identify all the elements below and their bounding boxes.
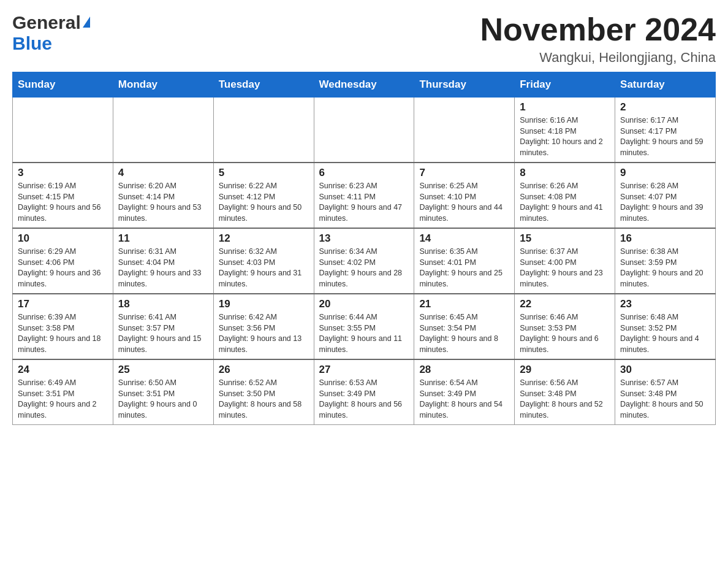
day-info: Sunrise: 6:25 AMSunset: 4:10 PMDaylight:… xyxy=(419,181,509,224)
day-number: 1 xyxy=(520,101,610,113)
table-row: 27Sunrise: 6:53 AMSunset: 3:49 PMDayligh… xyxy=(314,359,414,425)
table-row: 13Sunrise: 6:34 AMSunset: 4:02 PMDayligh… xyxy=(314,228,414,294)
day-number: 12 xyxy=(219,232,309,245)
day-number: 2 xyxy=(620,101,710,113)
table-row xyxy=(13,98,113,163)
day-number: 28 xyxy=(419,364,509,376)
calendar-week-row: 1Sunrise: 6:16 AMSunset: 4:18 PMDaylight… xyxy=(13,98,716,163)
table-row: 4Sunrise: 6:20 AMSunset: 4:14 PMDaylight… xyxy=(113,163,213,228)
day-number: 19 xyxy=(219,298,309,310)
table-row: 7Sunrise: 6:25 AMSunset: 4:10 PMDaylight… xyxy=(414,163,515,228)
table-row: 17Sunrise: 6:39 AMSunset: 3:58 PMDayligh… xyxy=(13,294,113,359)
day-info: Sunrise: 6:28 AMSunset: 4:07 PMDaylight:… xyxy=(620,181,710,224)
table-row: 18Sunrise: 6:41 AMSunset: 3:57 PMDayligh… xyxy=(113,294,213,359)
day-number: 14 xyxy=(419,232,509,245)
day-number: 27 xyxy=(319,364,409,376)
day-number: 20 xyxy=(319,298,409,310)
table-row: 6Sunrise: 6:23 AMSunset: 4:11 PMDaylight… xyxy=(314,163,414,228)
location: Wangkui, Heilongjiang, China xyxy=(480,50,716,66)
day-info: Sunrise: 6:34 AMSunset: 4:02 PMDaylight:… xyxy=(319,247,409,289)
table-row xyxy=(213,98,314,163)
day-info: Sunrise: 6:22 AMSunset: 4:12 PMDaylight:… xyxy=(219,181,309,224)
table-row: 19Sunrise: 6:42 AMSunset: 3:56 PMDayligh… xyxy=(213,294,314,359)
calendar-week-row: 3Sunrise: 6:19 AMSunset: 4:15 PMDaylight… xyxy=(13,163,716,228)
day-info: Sunrise: 6:35 AMSunset: 4:01 PMDaylight:… xyxy=(419,247,509,289)
day-number: 17 xyxy=(18,298,108,310)
day-info: Sunrise: 6:49 AMSunset: 3:51 PMDaylight:… xyxy=(18,378,108,421)
table-row: 15Sunrise: 6:37 AMSunset: 4:00 PMDayligh… xyxy=(515,228,615,294)
day-info: Sunrise: 6:17 AMSunset: 4:17 PMDaylight:… xyxy=(620,115,710,158)
day-number: 26 xyxy=(219,364,309,376)
table-row: 24Sunrise: 6:49 AMSunset: 3:51 PMDayligh… xyxy=(13,359,113,425)
logo-general: General xyxy=(12,12,81,33)
day-number: 30 xyxy=(620,364,710,376)
day-info: Sunrise: 6:20 AMSunset: 4:14 PMDaylight:… xyxy=(118,181,208,224)
header-wednesday: Wednesday xyxy=(314,72,414,98)
header-sunday: Sunday xyxy=(13,72,113,98)
day-number: 18 xyxy=(118,298,208,310)
day-info: Sunrise: 6:37 AMSunset: 4:00 PMDaylight:… xyxy=(520,247,610,289)
day-number: 25 xyxy=(118,364,208,376)
day-number: 9 xyxy=(620,167,710,179)
table-row: 29Sunrise: 6:56 AMSunset: 3:48 PMDayligh… xyxy=(515,359,615,425)
day-info: Sunrise: 6:29 AMSunset: 4:06 PMDaylight:… xyxy=(18,247,108,289)
table-row xyxy=(113,98,213,163)
day-info: Sunrise: 6:23 AMSunset: 4:11 PMDaylight:… xyxy=(319,181,409,224)
calendar-week-row: 10Sunrise: 6:29 AMSunset: 4:06 PMDayligh… xyxy=(13,228,716,294)
header-tuesday: Tuesday xyxy=(213,72,314,98)
weekday-header-row: Sunday Monday Tuesday Wednesday Thursday… xyxy=(13,72,716,98)
header-friday: Friday xyxy=(515,72,615,98)
table-row: 28Sunrise: 6:54 AMSunset: 3:49 PMDayligh… xyxy=(414,359,515,425)
day-info: Sunrise: 6:57 AMSunset: 3:48 PMDaylight:… xyxy=(620,378,710,421)
day-info: Sunrise: 6:46 AMSunset: 3:53 PMDaylight:… xyxy=(520,312,610,355)
day-number: 13 xyxy=(319,232,409,245)
table-row: 22Sunrise: 6:46 AMSunset: 3:53 PMDayligh… xyxy=(515,294,615,359)
table-row: 8Sunrise: 6:26 AMSunset: 4:08 PMDaylight… xyxy=(515,163,615,228)
table-row: 20Sunrise: 6:44 AMSunset: 3:55 PMDayligh… xyxy=(314,294,414,359)
day-number: 21 xyxy=(419,298,509,310)
table-row: 3Sunrise: 6:19 AMSunset: 4:15 PMDaylight… xyxy=(13,163,113,228)
table-row: 16Sunrise: 6:38 AMSunset: 3:59 PMDayligh… xyxy=(615,228,716,294)
logo: General Blue xyxy=(12,12,90,54)
day-number: 3 xyxy=(18,167,108,179)
title-block: November 2024 Wangkui, Heilongjiang, Chi… xyxy=(480,12,716,66)
logo-triangle-icon xyxy=(83,17,90,28)
logo-blue: Blue xyxy=(12,33,52,53)
day-info: Sunrise: 6:26 AMSunset: 4:08 PMDaylight:… xyxy=(520,181,610,224)
day-number: 5 xyxy=(219,167,309,179)
table-row xyxy=(414,98,515,163)
day-number: 24 xyxy=(18,364,108,376)
day-number: 11 xyxy=(118,232,208,245)
day-info: Sunrise: 6:52 AMSunset: 3:50 PMDaylight:… xyxy=(219,378,309,421)
day-number: 7 xyxy=(419,167,509,179)
day-number: 16 xyxy=(620,232,710,245)
day-info: Sunrise: 6:48 AMSunset: 3:52 PMDaylight:… xyxy=(620,312,710,355)
table-row: 21Sunrise: 6:45 AMSunset: 3:54 PMDayligh… xyxy=(414,294,515,359)
calendar-table: Sunday Monday Tuesday Wednesday Thursday… xyxy=(12,72,716,425)
table-row: 2Sunrise: 6:17 AMSunset: 4:17 PMDaylight… xyxy=(615,98,716,163)
table-row: 25Sunrise: 6:50 AMSunset: 3:51 PMDayligh… xyxy=(113,359,213,425)
table-row: 23Sunrise: 6:48 AMSunset: 3:52 PMDayligh… xyxy=(615,294,716,359)
day-number: 4 xyxy=(118,167,208,179)
table-row: 11Sunrise: 6:31 AMSunset: 4:04 PMDayligh… xyxy=(113,228,213,294)
day-number: 6 xyxy=(319,167,409,179)
day-info: Sunrise: 6:50 AMSunset: 3:51 PMDaylight:… xyxy=(118,378,208,421)
header-monday: Monday xyxy=(113,72,213,98)
day-number: 15 xyxy=(520,232,610,245)
table-row: 30Sunrise: 6:57 AMSunset: 3:48 PMDayligh… xyxy=(615,359,716,425)
day-info: Sunrise: 6:32 AMSunset: 4:03 PMDaylight:… xyxy=(219,247,309,289)
day-info: Sunrise: 6:42 AMSunset: 3:56 PMDaylight:… xyxy=(219,312,309,355)
day-info: Sunrise: 6:56 AMSunset: 3:48 PMDaylight:… xyxy=(520,378,610,421)
day-number: 29 xyxy=(520,364,610,376)
day-info: Sunrise: 6:54 AMSunset: 3:49 PMDaylight:… xyxy=(419,378,509,421)
page-header: General Blue November 2024 Wangkui, Heil… xyxy=(12,12,716,66)
table-row: 5Sunrise: 6:22 AMSunset: 4:12 PMDaylight… xyxy=(213,163,314,228)
month-title: November 2024 xyxy=(480,12,716,47)
table-row: 12Sunrise: 6:32 AMSunset: 4:03 PMDayligh… xyxy=(213,228,314,294)
day-number: 23 xyxy=(620,298,710,310)
day-info: Sunrise: 6:31 AMSunset: 4:04 PMDaylight:… xyxy=(118,247,208,289)
header-thursday: Thursday xyxy=(414,72,515,98)
day-number: 22 xyxy=(520,298,610,310)
day-info: Sunrise: 6:45 AMSunset: 3:54 PMDaylight:… xyxy=(419,312,509,355)
table-row: 14Sunrise: 6:35 AMSunset: 4:01 PMDayligh… xyxy=(414,228,515,294)
